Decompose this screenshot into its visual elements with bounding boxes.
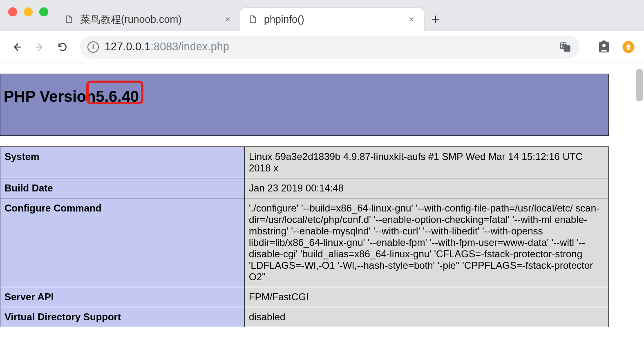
translate-icon[interactable]: 文 A bbox=[557, 39, 573, 55]
title-version: 5.6.40 bbox=[96, 88, 139, 106]
toolbar: i 127.0.0.1:8083/index.php 文 A bbox=[0, 31, 644, 63]
row-key: Server API bbox=[0, 287, 245, 307]
close-tab-button[interactable] bbox=[222, 14, 233, 25]
tab-title: 菜鸟教程(runoob.com) bbox=[80, 13, 222, 26]
row-key: Build Date bbox=[0, 178, 245, 198]
forward-button[interactable] bbox=[30, 38, 49, 56]
page-title: PHP Version 5.6.40 bbox=[4, 88, 139, 106]
row-value: Linux 59a3e2d1839b 4.9.87-linuxkit-aufs … bbox=[245, 147, 609, 178]
row-key: Virtual Directory Support bbox=[0, 307, 245, 327]
row-key: System bbox=[0, 147, 245, 178]
svg-point-5 bbox=[602, 44, 606, 47]
table-row: Virtual Directory Support disabled bbox=[0, 307, 609, 327]
title-prefix: PHP Version bbox=[4, 88, 96, 106]
upload-icon[interactable] bbox=[620, 39, 637, 55]
phpinfo-table: System Linux 59a3e2d1839b 4.9.87-linuxki… bbox=[0, 146, 609, 327]
table-row: System Linux 59a3e2d1839b 4.9.87-linuxki… bbox=[0, 147, 609, 178]
svg-rect-6 bbox=[602, 40, 606, 43]
url-path: :8083/index.php bbox=[151, 40, 229, 53]
url-host: 127.0.0.1 bbox=[105, 40, 151, 53]
table-row: Configure Command './configure' '--build… bbox=[0, 198, 609, 287]
site-info-icon[interactable]: i bbox=[87, 41, 99, 53]
reload-button[interactable] bbox=[53, 38, 72, 56]
profile-icon[interactable] bbox=[596, 39, 612, 55]
svg-text:A: A bbox=[566, 47, 569, 51]
window-zoom-button[interactable] bbox=[39, 7, 48, 16]
svg-text:文: 文 bbox=[561, 44, 566, 48]
table-row: Build Date Jan 23 2019 00:14:48 bbox=[0, 178, 609, 198]
window-close-button[interactable] bbox=[8, 7, 17, 16]
page-content: PHP Version 5.6.40 System Linux 59a3e2d1… bbox=[0, 63, 644, 342]
tab-runoob[interactable]: 菜鸟教程(runoob.com) bbox=[56, 8, 240, 31]
row-value: './configure' '--build=x86_64-linux-gnu'… bbox=[245, 198, 609, 287]
row-key: Configure Command bbox=[0, 198, 245, 287]
php-version-header: PHP Version 5.6.40 bbox=[0, 74, 609, 136]
row-value: Jan 23 2019 00:14:48 bbox=[245, 178, 609, 198]
browser-chrome: 菜鸟教程(runoob.com) phpinfo() bbox=[0, 0, 644, 63]
window-controls bbox=[4, 7, 56, 24]
tab-title: phpinfo() bbox=[264, 14, 406, 25]
back-button[interactable] bbox=[7, 38, 26, 56]
tab-phpinfo[interactable]: phpinfo() bbox=[240, 8, 424, 31]
tab-strip: 菜鸟教程(runoob.com) phpinfo() bbox=[0, 0, 644, 31]
address-bar[interactable]: i 127.0.0.1:8083/index.php 文 A bbox=[80, 36, 580, 59]
file-icon bbox=[64, 14, 74, 25]
window-minimize-button[interactable] bbox=[24, 7, 33, 16]
file-icon bbox=[248, 14, 258, 25]
row-value: disabled bbox=[245, 307, 609, 327]
table-row: Server API FPM/FastCGI bbox=[0, 287, 609, 307]
row-value: FPM/FastCGI bbox=[245, 287, 609, 307]
url-text: 127.0.0.1:8083/index.php bbox=[105, 40, 229, 53]
close-tab-button[interactable] bbox=[406, 14, 417, 25]
page-viewport: PHP Version 5.6.40 System Linux 59a3e2d1… bbox=[0, 63, 644, 342]
extension-area bbox=[588, 39, 637, 55]
new-tab-button[interactable] bbox=[424, 8, 447, 31]
